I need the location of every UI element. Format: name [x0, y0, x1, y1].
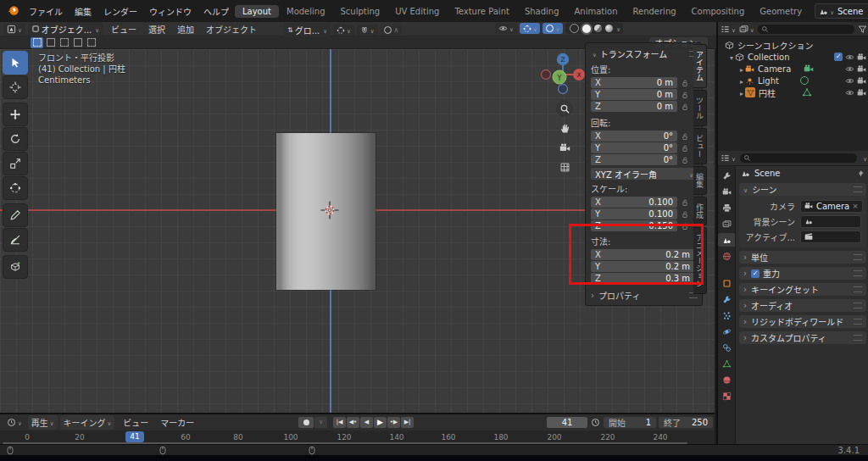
disclosure-triangle-icon[interactable] [730, 53, 733, 62]
render-camera-icon[interactable] [857, 76, 866, 86]
tab-modifiers[interactable] [720, 292, 733, 306]
hide-eye-icon[interactable] [845, 64, 854, 74]
menu-add[interactable]: 追加 [171, 23, 200, 36]
collection-checkbox[interactable]: ✓ [834, 53, 843, 61]
tab-physics[interactable] [720, 325, 733, 338]
playback-menu[interactable]: 再生 [28, 415, 58, 430]
render-camera-icon[interactable] [857, 64, 866, 74]
tab-scene[interactable] [718, 233, 735, 247]
pivot-point-dropdown[interactable] [333, 25, 354, 36]
disclosure-triangle-icon[interactable] [740, 64, 743, 74]
tab-particles[interactable] [720, 308, 733, 322]
scene-panel-header[interactable]: シーン [739, 183, 866, 196]
current-frame-field[interactable]: 41 [547, 417, 587, 428]
play-button[interactable]: ▶ [374, 417, 387, 428]
background-scene-field[interactable] [800, 215, 861, 228]
tab-object[interactable] [720, 276, 733, 290]
playhead[interactable]: 41 [125, 431, 144, 442]
gizmo-toggle[interactable] [520, 23, 541, 34]
lock-icon[interactable] [681, 79, 689, 87]
workspace-tab-shading[interactable]: Shading [517, 5, 567, 18]
custom-properties-panel-header[interactable]: カスタムプロパティ [739, 331, 866, 344]
shading-wireframe-button[interactable] [570, 24, 579, 33]
rotation-mode-dropdown[interactable]: XYZ オイラー角 [591, 168, 698, 180]
disclosure-triangle-icon[interactable] [740, 76, 743, 86]
tab-render[interactable] [720, 185, 733, 198]
lock-icon[interactable] [681, 198, 689, 207]
workspace-tab-sculpting[interactable]: Sculpting [333, 5, 388, 18]
menu-edit[interactable]: 編集 [69, 5, 97, 18]
snap-toggle[interactable] [357, 25, 378, 36]
sidebar-tab-edit[interactable]: 編集 [693, 166, 707, 195]
blender-logo-icon[interactable] [7, 4, 19, 19]
tab-constraints[interactable] [720, 341, 733, 354]
rotate-tool[interactable] [3, 127, 28, 151]
units-panel-header[interactable]: 単位 [739, 251, 866, 264]
tab-view-layer[interactable] [720, 217, 733, 230]
render-camera-icon[interactable] [857, 88, 866, 97]
zoom-button[interactable] [556, 100, 573, 117]
select-mode-extend-button[interactable] [44, 37, 57, 48]
cursor-tool[interactable] [3, 75, 28, 99]
tab-world[interactable] [720, 249, 733, 263]
select-mode-set-button[interactable] [31, 37, 43, 48]
camera-id-field[interactable]: Camera × [800, 200, 863, 213]
editor-type-icon[interactable] [721, 25, 730, 34]
drag-handle[interactable] [854, 319, 862, 325]
measure-tool[interactable] [3, 228, 28, 252]
drag-handle[interactable] [854, 335, 862, 341]
outliner-row-light[interactable]: Light [720, 75, 868, 86]
workspace-tab-layout[interactable]: Layout [235, 5, 279, 18]
active-clip-field[interactable] [800, 230, 861, 243]
menu-object[interactable]: オブジェクト [200, 23, 263, 36]
frame-start-field[interactable]: 開始 1 [604, 417, 656, 428]
lock-icon[interactable] [681, 132, 689, 141]
keying-sets-panel-header[interactable]: キーイングセット [739, 283, 866, 296]
properties-collapsed-panel[interactable]: › プロパティ [591, 289, 698, 302]
scale-y-field[interactable]: Y0.100 [591, 208, 677, 219]
render-camera-icon[interactable] [857, 53, 866, 62]
rotation-y-field[interactable]: Y0° [591, 142, 677, 153]
location-x-field[interactable]: X0 m [591, 77, 677, 88]
transform-panel-header[interactable]: トランスフォーム [591, 47, 698, 60]
scene-selector[interactable]: Scene × [815, 3, 868, 19]
outliner-row-scene-collection[interactable]: シーンコレクション [720, 39, 868, 51]
workspace-tab-animation[interactable]: Animation [567, 5, 626, 18]
menu-window[interactable]: ウィンドウ [143, 5, 198, 18]
properties-search-field[interactable] [740, 153, 857, 163]
shading-rendered-button[interactable] [605, 25, 613, 32]
chevron-down-icon[interactable] [861, 153, 867, 163]
properties-editor-icon[interactable] [721, 153, 730, 163]
mode-dropdown[interactable]: オブジェク... [28, 22, 103, 36]
frame-end-field[interactable]: 終了 250 [659, 417, 713, 428]
outliner-row-collection[interactable]: Collection ✓ [720, 51, 868, 63]
keying-set-button[interactable]: ∨ [314, 417, 327, 428]
sidebar-tab-view[interactable]: ビュー [693, 128, 707, 164]
workspace-tab-geometry[interactable]: Geometry [752, 5, 810, 18]
menu-file[interactable]: ファイル [23, 5, 69, 18]
drag-handle[interactable] [854, 286, 862, 292]
play-reverse-button[interactable]: ◀ [360, 417, 373, 428]
ortho-toggle-button[interactable] [556, 158, 573, 175]
lock-icon[interactable] [681, 103, 689, 111]
outliner-row-cylinder[interactable]: 円柱 [720, 86, 868, 98]
timeline-editor-type-button[interactable] [3, 417, 25, 428]
rotation-z-field[interactable]: Z0° [591, 154, 677, 165]
tab-data[interactable] [720, 357, 733, 370]
location-z-field[interactable]: Z0 m [591, 101, 677, 112]
lock-icon[interactable] [681, 144, 689, 153]
annotate-tool[interactable] [3, 203, 28, 227]
filter-icon[interactable] [858, 25, 867, 34]
scale-x-field[interactable]: X0.100 [591, 197, 677, 208]
disclosure-triangle-icon[interactable] [740, 88, 743, 97]
menu-view[interactable]: ビュー [105, 23, 142, 36]
display-mode-icon[interactable] [739, 25, 748, 34]
overlays-toggle[interactable] [542, 23, 563, 34]
clear-icon[interactable]: × [852, 202, 859, 210]
shading-material-button[interactable] [594, 25, 602, 32]
tab-output[interactable] [720, 201, 733, 214]
timeline-view-menu[interactable]: ビュー [117, 416, 154, 429]
select-mode-intersect-button[interactable] [85, 37, 97, 48]
drag-handle[interactable] [854, 254, 862, 260]
proportional-editing-toggle[interactable]: ∧ [381, 25, 403, 35]
